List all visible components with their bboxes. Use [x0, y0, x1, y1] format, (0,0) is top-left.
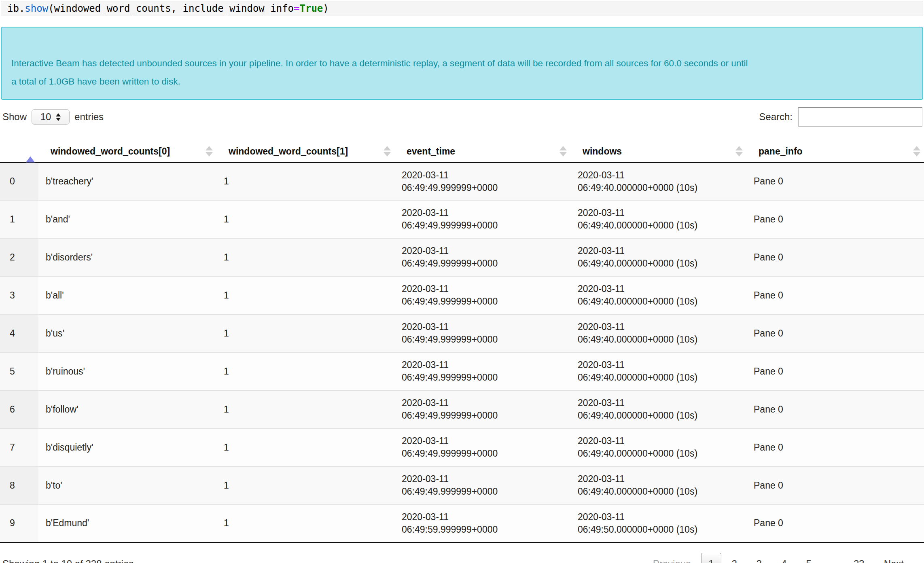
cell-count: 1: [216, 504, 394, 542]
table-row: 4 b'us' 1 2020-03-11 06:49:49.999999+000…: [0, 314, 924, 352]
cell-event-time: 2020-03-11 06:49:49.999999+0000: [394, 314, 570, 352]
cell-pane-info: Pane 0: [746, 352, 924, 390]
cell-row-index: 4: [0, 314, 38, 352]
cell-pane-info: Pane 0: [746, 504, 924, 542]
table-row: 5 b'ruinous' 1 2020-03-11 06:49:49.99999…: [0, 352, 924, 390]
search-input[interactable]: [798, 107, 922, 127]
table-row: 0 b'treachery' 1 2020-03-11 06:49:49.999…: [0, 162, 924, 200]
entries-label: entries: [74, 111, 104, 123]
cell-pane-info: Pane 0: [746, 428, 924, 466]
header-row: windowed_word_counts[0] windowed_word_co…: [0, 141, 924, 162]
cell-windows: 2020-03-11 06:49:50.000000+0000 (10s): [570, 504, 746, 542]
code-operator-token: =: [294, 3, 299, 14]
cell-pane-info: Pane 0: [746, 314, 924, 352]
column-header-label: event_time: [407, 146, 455, 157]
cell-windows: 2020-03-11 06:49:40.000000+0000 (10s): [570, 314, 746, 352]
cell-count: 1: [216, 428, 394, 466]
cell-windows: 2020-03-11 06:49:40.000000+0000 (10s): [570, 428, 746, 466]
column-header-label: pane_info: [759, 146, 803, 157]
code-method-token: show: [25, 3, 48, 14]
sort-both-icon: [206, 146, 213, 157]
warning-banner-text: Interactive Beam has detected unbounded …: [11, 58, 748, 87]
select-stepper-icon: [56, 113, 61, 121]
cell-event-time: 2020-03-11 06:49:49.999999+0000: [394, 352, 570, 390]
column-header-label: windowed_word_counts[1]: [229, 146, 348, 157]
cell-event-time: 2020-03-11 06:49:59.999999+0000: [394, 504, 570, 542]
windowed-word-counts-table: windowed_word_counts[0] windowed_word_co…: [0, 141, 924, 543]
column-header-windows[interactable]: windows: [570, 141, 746, 162]
show-label: Show: [2, 111, 27, 123]
table-row: 1 b'and' 1 2020-03-11 06:49:49.999999+00…: [0, 200, 924, 238]
table-row: 2 b'disorders' 1 2020-03-11 06:49:49.999…: [0, 238, 924, 276]
cell-row-index: 7: [0, 428, 38, 466]
page-button[interactable]: 3: [748, 553, 771, 563]
cell-word: b'disorders': [38, 238, 216, 276]
cell-count: 1: [216, 466, 394, 504]
cell-windows: 2020-03-11 06:49:40.000000+0000 (10s): [570, 352, 746, 390]
table-row: 8 b'to' 1 2020-03-11 06:49:49.999999+000…: [0, 466, 924, 504]
page-button[interactable]: 2: [723, 553, 746, 563]
cell-row-index: 9: [0, 504, 38, 542]
cell-count: 1: [216, 200, 394, 238]
cell-pane-info: Pane 0: [746, 276, 924, 314]
cell-windows: 2020-03-11 06:49:40.000000+0000 (10s): [570, 390, 746, 428]
cell-pane-info: Pane 0: [746, 162, 924, 200]
cell-count: 1: [216, 314, 394, 352]
page-button[interactable]: 23: [845, 553, 873, 563]
cell-windows: 2020-03-11 06:49:40.000000+0000 (10s): [570, 276, 746, 314]
entries-summary: Showing 1 to 10 of 228 entries: [2, 558, 134, 563]
column-header-label: windowed_word_counts[0]: [51, 146, 170, 157]
cell-row-index: 1: [0, 200, 38, 238]
cell-word: b'all': [38, 276, 216, 314]
cell-row-index: 2: [0, 238, 38, 276]
cell-event-time: 2020-03-11 06:49:49.999999+0000: [394, 390, 570, 428]
table-row: 6 b'follow' 1 2020-03-11 06:49:49.999999…: [0, 390, 924, 428]
table-footer: Showing 1 to 10 of 228 entries Previous …: [0, 553, 924, 563]
column-header-windowed-word-counts-0[interactable]: windowed_word_counts[0]: [38, 141, 216, 162]
column-header-pane-info[interactable]: pane_info: [746, 141, 924, 162]
table-row: 3 b'all' 1 2020-03-11 06:49:49.999999+00…: [0, 276, 924, 314]
cell-windows: 2020-03-11 06:49:40.000000+0000 (10s): [570, 466, 746, 504]
cell-row-index: 6: [0, 390, 38, 428]
column-header-index[interactable]: [0, 141, 38, 162]
cell-row-index: 3: [0, 276, 38, 314]
cell-word: b'follow': [38, 390, 216, 428]
table-row: 7 b'disquietly' 1 2020-03-11 06:49:49.99…: [0, 428, 924, 466]
cell-word: b'treachery': [38, 162, 216, 200]
code-object-token: ib.: [7, 3, 25, 14]
cell-word: b'disquietly': [38, 428, 216, 466]
cell-count: 1: [216, 390, 394, 428]
sort-both-icon: [735, 146, 743, 157]
table-row: 9 b'Edmund' 1 2020-03-11 06:49:59.999999…: [0, 504, 924, 542]
page-button-current[interactable]: 1: [701, 553, 721, 563]
code-close-token: ): [323, 3, 328, 14]
cell-count: 1: [216, 162, 394, 200]
cell-event-time: 2020-03-11 06:49:49.999999+0000: [394, 200, 570, 238]
cell-row-index: 5: [0, 352, 38, 390]
next-page-button[interactable]: Next: [875, 553, 913, 563]
sort-ascending-icon: [26, 146, 35, 157]
previous-page-button[interactable]: Previous: [644, 553, 699, 563]
cell-event-time: 2020-03-11 06:49:49.999999+0000: [394, 238, 570, 276]
cell-event-time: 2020-03-11 06:49:49.999999+0000: [394, 162, 570, 200]
code-cell: ib.show(windowed_word_counts, include_wi…: [1, 1, 923, 16]
page-size-select[interactable]: 10: [32, 109, 70, 125]
cell-row-index: 0: [0, 162, 38, 200]
search-control: Search:: [759, 107, 922, 127]
cell-pane-info: Pane 0: [746, 238, 924, 276]
cell-windows: 2020-03-11 06:49:40.000000+0000 (10s): [570, 200, 746, 238]
page-button[interactable]: 4: [772, 553, 795, 563]
cell-row-index: 8: [0, 466, 38, 504]
cell-word: b'Edmund': [38, 504, 216, 542]
page-length-control: Show 10 entries: [2, 109, 104, 125]
column-header-event-time[interactable]: event_time: [394, 141, 570, 162]
cell-word: b'to': [38, 466, 216, 504]
column-header-windowed-word-counts-1[interactable]: windowed_word_counts[1]: [216, 141, 394, 162]
cell-event-time: 2020-03-11 06:49:49.999999+0000: [394, 276, 570, 314]
code-keyword-token: True: [299, 3, 323, 14]
search-label: Search:: [759, 111, 793, 123]
cell-pane-info: Pane 0: [746, 390, 924, 428]
cell-count: 1: [216, 276, 394, 314]
page-button[interactable]: 5: [797, 553, 820, 563]
pagination-ellipsis: …: [821, 553, 844, 563]
